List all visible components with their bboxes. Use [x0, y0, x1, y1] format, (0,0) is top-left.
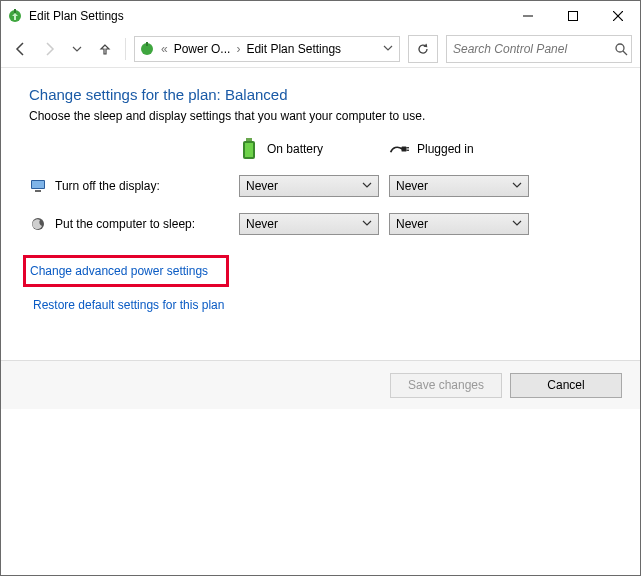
row-label: Turn off the display: [55, 179, 160, 193]
close-button[interactable] [595, 2, 640, 31]
display-plugged-dropdown[interactable]: Never [389, 175, 529, 197]
address-bar[interactable]: « Power O... › Edit Plan Settings [134, 36, 400, 62]
chevron-down-icon [362, 179, 372, 193]
svg-rect-13 [402, 147, 407, 152]
svg-rect-1 [14, 9, 16, 13]
display-battery-dropdown[interactable]: Never [239, 175, 379, 197]
address-dropdown-button[interactable] [381, 42, 395, 56]
breadcrumb-segment[interactable]: Power O... [174, 42, 231, 56]
svg-rect-18 [35, 190, 41, 192]
refresh-button[interactable] [408, 35, 438, 63]
chevron-down-icon [362, 217, 372, 231]
breadcrumb-segment[interactable]: Edit Plan Settings [246, 42, 341, 56]
svg-rect-10 [246, 138, 252, 141]
save-changes-button[interactable]: Save changes [390, 373, 502, 398]
search-button[interactable] [610, 37, 631, 61]
chevron-down-icon [512, 217, 522, 231]
chevron-down-icon [512, 179, 522, 193]
dropdown-value: Never [396, 217, 428, 231]
toolbar: « Power O... › Edit Plan Settings [1, 31, 640, 68]
row-sleep: Put the computer to sleep: Never Never [29, 213, 612, 235]
titlebar: Edit Plan Settings [1, 1, 640, 31]
page-subtext: Choose the sleep and display settings th… [29, 109, 612, 123]
column-on-battery: On battery [239, 137, 389, 161]
dropdown-value: Never [396, 179, 428, 193]
svg-line-9 [623, 51, 627, 55]
row-label: Put the computer to sleep: [55, 217, 195, 231]
breadcrumb-overflow-icon[interactable]: « [159, 42, 170, 56]
button-bar: Save changes Cancel [1, 360, 640, 409]
svg-point-8 [616, 44, 624, 52]
column-headers: On battery Plugged in [29, 137, 612, 161]
power-options-icon [139, 41, 155, 57]
svg-rect-3 [568, 12, 577, 21]
battery-icon [239, 137, 259, 161]
svg-rect-17 [32, 181, 44, 188]
svg-rect-12 [245, 143, 253, 157]
search-input[interactable] [447, 42, 610, 56]
minimize-button[interactable] [505, 2, 550, 31]
page-heading: Change settings for the plan: Balanced [29, 86, 612, 103]
plug-icon [389, 137, 409, 161]
sleep-icon [29, 215, 47, 233]
row-turn-off-display: Turn off the display: Never Never [29, 175, 612, 197]
column-plugged-in: Plugged in [389, 137, 539, 161]
dropdown-value: Never [246, 217, 278, 231]
svg-rect-7 [146, 42, 148, 46]
title-text: Edit Plan Settings [29, 9, 124, 23]
sleep-battery-dropdown[interactable]: Never [239, 213, 379, 235]
chevron-right-icon[interactable]: › [234, 42, 242, 56]
search-box[interactable] [446, 35, 632, 63]
app-icon [7, 8, 23, 24]
dropdown-value: Never [246, 179, 278, 193]
link-restore-defaults[interactable]: Restore default settings for this plan [29, 295, 228, 315]
window: Edit Plan Settings [0, 0, 641, 576]
links-section: Change advanced power settings Restore d… [29, 255, 612, 315]
recent-locations-button[interactable] [65, 37, 89, 61]
up-button[interactable] [93, 37, 117, 61]
content-area: Change settings for the plan: Balanced C… [1, 68, 640, 360]
back-button[interactable] [9, 37, 33, 61]
link-advanced-power-settings[interactable]: Change advanced power settings [23, 255, 229, 287]
cancel-button[interactable]: Cancel [510, 373, 622, 398]
forward-button[interactable] [37, 37, 61, 61]
bottom-padding [1, 409, 640, 575]
column-label: Plugged in [417, 142, 474, 156]
sleep-plugged-dropdown[interactable]: Never [389, 213, 529, 235]
maximize-button[interactable] [550, 2, 595, 31]
toolbar-separator [125, 38, 126, 60]
display-icon [29, 177, 47, 195]
column-label: On battery [267, 142, 323, 156]
